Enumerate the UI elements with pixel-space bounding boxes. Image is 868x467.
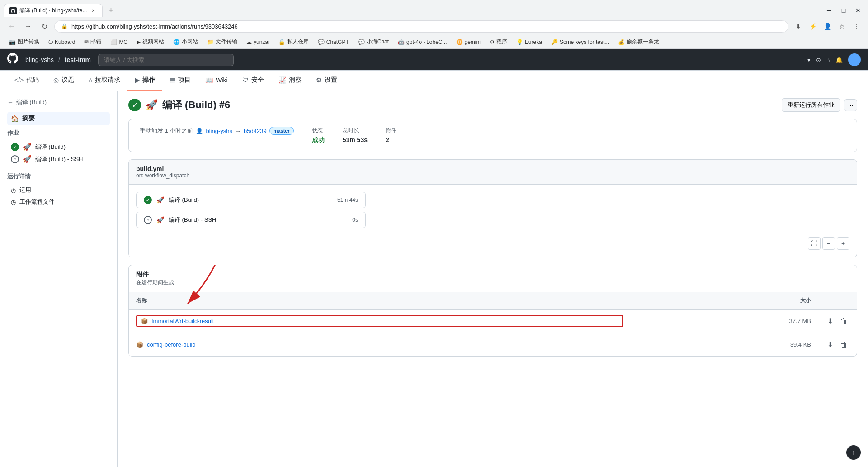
- workflow-card-header: build.yml on: workflow_dispatch: [129, 160, 857, 185]
- bookmark-xiaohatchat[interactable]: 💬 小海Chat: [354, 37, 392, 47]
- bookmark-steal-balance[interactable]: 💰 偷余额一条龙: [614, 37, 663, 47]
- bookmark-some-keys[interactable]: 🔑 Some keys for test...: [547, 38, 613, 47]
- bookmark-file-transfer[interactable]: 📁 文件传输: [203, 37, 241, 47]
- zoom-out-button[interactable]: −: [822, 237, 835, 250]
- bookmark-private-repo[interactable]: 🔒 私人仓库: [275, 37, 312, 47]
- bookmark-eureka[interactable]: 💡 Eureka: [513, 38, 546, 47]
- run-artifacts-section: 附件 2: [386, 127, 396, 143]
- artifact-1-actions: ⬇ 🗑: [826, 315, 849, 327]
- github-header: bling-yshs / test-imm + ▾ ⊙ ⑃ 🔔: [0, 49, 868, 71]
- gemini-icon: ♊: [456, 39, 463, 45]
- workflow-job-ssh[interactable]: ○ 🚀 编译 (Build) - SSH 0s: [136, 212, 366, 228]
- artifacts-card: 附件 在运行期间生成 名称: [128, 265, 857, 357]
- maximize-button[interactable]: □: [837, 4, 850, 17]
- xiaohatchat-icon: 💬: [358, 39, 365, 45]
- wiki-icon: 📖: [205, 76, 213, 84]
- email-icon: ✉: [84, 39, 89, 45]
- bookmark-small-site[interactable]: 🌐 小网站: [170, 37, 202, 47]
- issues-button[interactable]: ⊙: [816, 57, 821, 63]
- bookmark-mc[interactable]: ⬜ MC: [107, 38, 131, 47]
- sidebar-job-build[interactable]: ✓ 🚀 编译 (Build): [7, 141, 110, 153]
- header-actions: + ▾ ⊙ ⑃ 🔔: [802, 53, 861, 66]
- fullscreen-button[interactable]: ⛶: [808, 237, 821, 250]
- rerun-all-button[interactable]: 重新运行所有作业: [782, 98, 840, 112]
- artifact-1-link[interactable]: 📦 ImmortalWrt-build-result: [136, 315, 623, 327]
- avatar[interactable]: [848, 53, 861, 66]
- sidebar-usage[interactable]: ◷ 运用: [7, 184, 110, 196]
- run-info-card: 手动触发 1 小时之前 👤 bling-yshs → b5d4239 maste…: [128, 119, 857, 152]
- artifact-2-download[interactable]: ⬇: [826, 338, 835, 351]
- commit-link[interactable]: b5d4239: [244, 128, 267, 134]
- code-icon: </>: [14, 76, 24, 84]
- prs-button[interactable]: ⑃: [826, 57, 830, 63]
- repo-link[interactable]: test-imm: [65, 56, 91, 63]
- job-build-rocket-icon: 🚀: [156, 196, 164, 204]
- balance-icon: 💰: [618, 39, 625, 45]
- nav-wiki[interactable]: 📖 Wiki: [198, 71, 235, 90]
- up-arrow-icon: ↑: [852, 449, 855, 456]
- nav-settings[interactable]: ⚙ 设置: [309, 71, 344, 91]
- zoom-in-button[interactable]: +: [837, 237, 849, 250]
- artifact-2-delete[interactable]: 🗑: [839, 338, 849, 351]
- new-tab-button[interactable]: +: [104, 4, 117, 17]
- nav-security[interactable]: 🛡 安全: [235, 71, 271, 91]
- tab-favicon: [9, 7, 17, 14]
- bookmark-program[interactable]: ⚙ 程序: [486, 37, 511, 47]
- run-title: 编译 (Build) #6: [162, 98, 230, 112]
- trigger-label: 手动触发 1 小时之前: [140, 127, 193, 135]
- profile-button[interactable]: 👤: [821, 20, 834, 33]
- download-button[interactable]: ⬇: [792, 20, 805, 33]
- breadcrumb-parent-link[interactable]: 编译 (Build): [16, 98, 47, 106]
- artifact-2-size: 39.4 KB: [630, 333, 818, 357]
- actor-link[interactable]: bling-yshs: [206, 128, 232, 134]
- scroll-top-button[interactable]: ↑: [846, 445, 861, 460]
- reload-button[interactable]: ↻: [38, 20, 51, 33]
- search-input[interactable]: [98, 54, 234, 66]
- star-button[interactable]: ☆: [835, 20, 848, 33]
- extension-button[interactable]: ⚡: [807, 20, 819, 33]
- workflow-job-build[interactable]: ✓ 🚀 编译 (Build) 51m 44s: [136, 192, 366, 208]
- bookmark-gemini[interactable]: ♊ gemini: [453, 38, 484, 47]
- bookmark-kuboard[interactable]: ⎔ Kuboard: [45, 38, 79, 47]
- nav-actions[interactable]: ▶ 操作: [127, 71, 162, 91]
- artifact-1-download[interactable]: ⬇: [826, 315, 835, 327]
- nav-issues[interactable]: ◎ 议题: [46, 71, 81, 91]
- bookmark-email[interactable]: ✉ 邮箱: [80, 37, 105, 47]
- bookmark-gpt4o[interactable]: 🤖 gpt-4o · LobeC...: [394, 38, 450, 47]
- nav-insights[interactable]: 📈 洞察: [271, 71, 309, 91]
- address-bar[interactable]: 🔒 https://github.com/bling-yshs/test-imm…: [54, 20, 788, 33]
- artifact-2-icon: 📦: [136, 341, 143, 348]
- artifact-2-link[interactable]: 📦 config-before-build: [136, 341, 623, 348]
- nav-pullrequests[interactable]: ⑃ 拉取请求: [81, 71, 127, 91]
- artifact-1-delete[interactable]: 🗑: [839, 315, 849, 327]
- forward-button[interactable]: →: [22, 20, 34, 33]
- notifications-button[interactable]: 🔔: [835, 57, 843, 63]
- nav-code[interactable]: </> 代码: [7, 71, 46, 91]
- bookmark-video[interactable]: ▶ 视频网站: [133, 37, 168, 47]
- bookmark-photo[interactable]: 📷 图片转换: [5, 37, 43, 47]
- tab-bar: 编译 (Build) · bling-yshs/te... ✕ + ─ □ ✕: [0, 0, 868, 17]
- back-button[interactable]: ←: [5, 20, 18, 33]
- bookmark-yunzai[interactable]: ☁ yunzai: [243, 38, 273, 47]
- home-icon: 🏠: [11, 115, 19, 122]
- active-tab[interactable]: 编译 (Build) · bling-yshs/te... ✕: [4, 4, 103, 17]
- back-arrow[interactable]: ←: [7, 99, 14, 106]
- artifact-row-1: 📦 ImmortalWrt-build-result 37.7 MB ⬇ 🗑: [129, 310, 857, 333]
- sidebar-workflow-file[interactable]: ◷ 工作流程文件: [7, 196, 110, 208]
- workflow-card: build.yml on: workflow_dispatch ✓ 🚀 编译 (…: [128, 159, 857, 257]
- github-logo[interactable]: [7, 53, 18, 67]
- create-button[interactable]: + ▾: [802, 57, 811, 63]
- github-search: [98, 54, 234, 66]
- org-link[interactable]: bling-yshs: [25, 56, 54, 63]
- issues-icon: ◎: [53, 76, 59, 84]
- sidebar-summary[interactable]: 🏠 摘要: [7, 112, 110, 125]
- photo-icon: 📷: [9, 39, 16, 45]
- minimize-button[interactable]: ─: [823, 4, 835, 17]
- close-window-button[interactable]: ✕: [852, 4, 864, 17]
- bookmark-chatgpt[interactable]: 💬 ChatGPT: [314, 38, 353, 47]
- more-options-button[interactable]: ···: [844, 99, 857, 111]
- sidebar-job-build-ssh[interactable]: ○ 🚀 编译 (Build) - SSH: [7, 153, 110, 165]
- close-tab-button[interactable]: ✕: [90, 7, 97, 14]
- nav-projects[interactable]: ▦ 项目: [162, 71, 198, 91]
- menu-button[interactable]: ⋮: [850, 20, 863, 33]
